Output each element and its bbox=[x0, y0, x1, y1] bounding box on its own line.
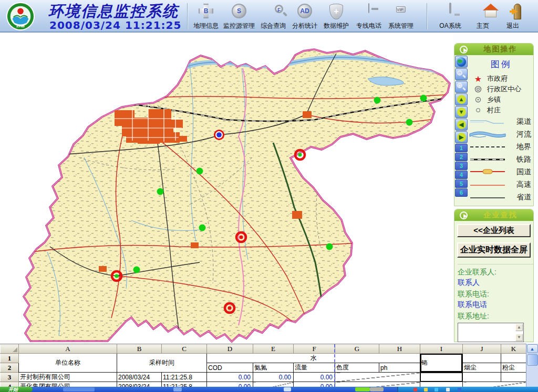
system-tray[interactable] bbox=[397, 387, 538, 392]
scroll-up-arrow[interactable]: ▲ bbox=[527, 344, 538, 353]
enterprise-marker-green[interactable] bbox=[406, 119, 413, 126]
sample-time-cell[interactable]: 11:21:25.8 bbox=[162, 382, 207, 387]
nh3-header-cell[interactable]: 氨氮 bbox=[253, 363, 294, 373]
flow-header-cell[interactable]: 流量 bbox=[294, 363, 335, 373]
tray-icon[interactable] bbox=[458, 388, 461, 391]
enterprise-marker-alarm-center[interactable] bbox=[115, 274, 118, 278]
scrollbar-thumb[interactable] bbox=[527, 354, 538, 366]
map-viewport[interactable] bbox=[0, 33, 453, 344]
enterprise-marker-green[interactable] bbox=[420, 95, 427, 102]
flow-value-cell[interactable]: 0.00 bbox=[294, 373, 335, 382]
col-header-J[interactable]: J bbox=[463, 345, 501, 354]
pan-right-button[interactable]: ▶ bbox=[455, 131, 468, 143]
col-header-D[interactable]: D bbox=[207, 345, 253, 354]
company-name-cell[interactable]: 开封制药有限公司 bbox=[19, 373, 117, 382]
smoke-header-cell[interactable]: 烟尘 bbox=[463, 363, 501, 373]
sample-time-cell[interactable]: 11:21:25.8 bbox=[162, 373, 207, 382]
nav-home[interactable]: 主页 bbox=[467, 4, 499, 30]
tray-icon[interactable] bbox=[424, 388, 428, 391]
contact-value[interactable]: 联系人 bbox=[458, 278, 533, 288]
pan-left-button[interactable]: ◀ bbox=[455, 119, 468, 131]
cr-header-cell-selected[interactable]: 铬 bbox=[420, 354, 463, 373]
taskbar-item[interactable] bbox=[370, 387, 384, 391]
city-hall-marker-center[interactable] bbox=[216, 132, 222, 137]
nav-oa-system[interactable]: OA系统 bbox=[434, 4, 466, 30]
chroma-header-cell[interactable]: 色度 bbox=[335, 363, 379, 373]
col-header-F[interactable]: F bbox=[294, 345, 335, 354]
map-operations-header[interactable]: 地图操作 bbox=[454, 44, 533, 55]
flow-value-cell[interactable]: 0.00 bbox=[294, 382, 335, 387]
tray-icon[interactable] bbox=[413, 388, 417, 391]
enterprise-marker-green[interactable] bbox=[199, 225, 206, 231]
row-header-3[interactable]: 3 bbox=[1, 373, 19, 382]
empty-cell[interactable] bbox=[501, 373, 526, 382]
nav-hotline[interactable]: 专线电话 bbox=[353, 4, 385, 30]
no-data-cell[interactable] bbox=[463, 382, 526, 387]
col-header-K[interactable]: K bbox=[501, 345, 526, 354]
table-scrollbar[interactable]: ▲ bbox=[526, 344, 538, 387]
scroll-down-icon[interactable]: ▼ bbox=[515, 334, 523, 341]
zoom-level-5[interactable]: 5 bbox=[455, 179, 468, 188]
pan-up-button[interactable]: ▲ bbox=[455, 93, 468, 105]
enterprise-marker-green[interactable] bbox=[157, 188, 164, 195]
enterprise-marker-green[interactable] bbox=[374, 97, 381, 104]
nav-source-mgmt[interactable]: S 监控源管理 bbox=[222, 4, 256, 30]
start-button[interactable]: 开始 bbox=[0, 387, 33, 392]
col-header-C[interactable]: C bbox=[162, 345, 207, 354]
phone-value[interactable]: 联系电话 bbox=[458, 300, 533, 310]
taskbar-item[interactable] bbox=[355, 387, 370, 391]
col-header-E[interactable]: E bbox=[253, 345, 294, 354]
sample-date-cell[interactable]: 2008/03/24 bbox=[117, 382, 162, 387]
nav-analysis[interactable]: AD 分析统计 bbox=[289, 4, 320, 30]
water-group-header-cell[interactable]: 水 bbox=[207, 354, 420, 363]
sample-time-header-cell[interactable]: 采样时间 bbox=[117, 354, 207, 373]
company-name-cell[interactable]: 开化集团有限公司 bbox=[19, 382, 117, 387]
col-header-B[interactable]: B bbox=[117, 345, 162, 354]
tray-icon[interactable] bbox=[434, 388, 438, 391]
zoom-level-6[interactable]: 6 bbox=[455, 188, 468, 197]
zoom-level-2[interactable]: 2 bbox=[455, 153, 468, 161]
empty-cell[interactable] bbox=[463, 354, 501, 363]
zoom-level-4[interactable]: 4 bbox=[455, 171, 468, 179]
address-textbox[interactable]: ▲ ▼ bbox=[458, 323, 524, 342]
zoom-in-button[interactable]: + bbox=[455, 81, 468, 93]
enterprise-list-button[interactable]: <<企业列表 bbox=[457, 224, 531, 237]
enterprise-marker-green[interactable] bbox=[196, 168, 203, 175]
no-data-cell[interactable] bbox=[335, 373, 420, 382]
active-cell[interactable] bbox=[420, 373, 463, 382]
enterprise-marker-green[interactable] bbox=[326, 243, 333, 250]
row-header-2[interactable]: 2 bbox=[1, 363, 19, 373]
nav-system-mgmt[interactable]: VIP 系统管理 bbox=[385, 4, 417, 30]
taskbar-item[interactable] bbox=[284, 387, 291, 391]
enterprise-marker-green[interactable] bbox=[133, 267, 140, 273]
ph-header-cell[interactable]: ph bbox=[379, 363, 420, 373]
unit-name-header-cell[interactable]: 单位名称 bbox=[19, 354, 117, 373]
row-header-1[interactable]: 1 bbox=[1, 354, 19, 363]
zoom-level-1[interactable]: 1 bbox=[455, 144, 468, 152]
col-header-H[interactable]: H bbox=[379, 345, 420, 354]
col-header-A[interactable]: A bbox=[19, 345, 117, 354]
sample-date-cell[interactable]: 2008/03/24 bbox=[117, 373, 162, 382]
nav-geo-info[interactable]: B 地理信息 bbox=[190, 4, 222, 30]
taskbar-item[interactable] bbox=[63, 387, 95, 391]
empty-cell[interactable] bbox=[463, 373, 501, 382]
windows-taskbar[interactable]: 开始 bbox=[0, 387, 538, 392]
no-data-cell[interactable] bbox=[335, 382, 420, 387]
nh3-value-cell[interactable]: 0.00 bbox=[253, 373, 294, 382]
empty-cell[interactable] bbox=[420, 382, 463, 387]
enterprise-marker-alert-center[interactable] bbox=[227, 306, 231, 310]
pan-down-button[interactable]: ▼ bbox=[455, 106, 468, 118]
dust-header-cell[interactable]: 粉尘 bbox=[501, 363, 526, 373]
col-header-I[interactable]: I bbox=[420, 345, 463, 354]
enterprise-marker-alarm-center[interactable] bbox=[298, 153, 302, 156]
taskbar-item[interactable] bbox=[173, 387, 182, 391]
cod-value-cell[interactable]: 0.00 bbox=[207, 373, 253, 382]
col-header-G[interactable]: G bbox=[335, 345, 379, 354]
nav-exit[interactable]: 退出 bbox=[497, 4, 529, 30]
empty-cell[interactable] bbox=[501, 354, 526, 363]
zoom-out-button[interactable]: - bbox=[455, 68, 468, 80]
enterprise-marker-alert-center[interactable] bbox=[239, 235, 243, 239]
scroll-up-icon[interactable]: ▲ bbox=[515, 324, 523, 331]
nav-query[interactable]: F 综合查询 bbox=[257, 4, 289, 30]
zoom-level-3[interactable]: 3 bbox=[455, 162, 468, 170]
